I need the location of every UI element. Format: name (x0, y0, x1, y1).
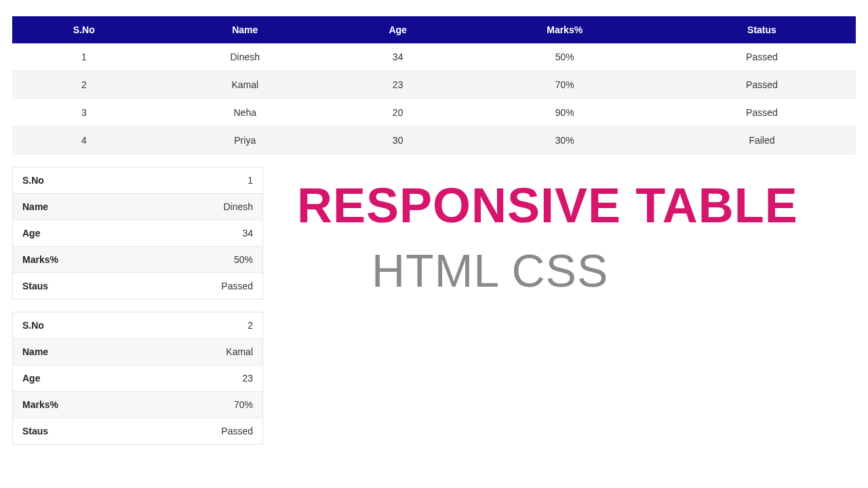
headline-block: RESPONSIVE TABLE HTML CSS (290, 167, 856, 297)
cell-status: Failed (668, 127, 856, 155)
card-value: Passed (221, 281, 253, 291)
cell-marks: 30% (461, 127, 668, 155)
cell-name: Priya (156, 127, 334, 155)
col-name: Name (156, 16, 334, 43)
cell-marks: 50% (461, 43, 668, 71)
table-row: 4 Priya 30 30% Failed (12, 127, 856, 155)
card-value: 23 (242, 373, 253, 384)
card-label: Staus (22, 426, 48, 436)
cell-sno: 3 (12, 99, 156, 127)
cell-marks: 70% (461, 71, 668, 99)
card-row-age: Age 23 (13, 365, 262, 392)
cell-status: Passed (668, 71, 856, 99)
card-row-name: Name Kamal (13, 339, 262, 365)
card-value: 70% (234, 399, 253, 410)
cell-sno: 2 (12, 71, 156, 99)
record-card: S.No 1 Name Dinesh Age 34 Marks% 50% Sta… (12, 167, 263, 300)
cell-sno: 4 (12, 127, 156, 155)
students-table: S.No Name Age Marks% Status 1 Dinesh 34 … (12, 16, 856, 155)
cell-name: Kamal (156, 71, 334, 99)
card-label: S.No (22, 320, 44, 331)
card-row-sno: S.No 1 (13, 167, 262, 194)
card-row-marks: Marks% 50% (13, 247, 262, 273)
card-row-name: Name Dinesh (13, 194, 262, 220)
cell-sno: 1 (12, 43, 156, 71)
col-status: Status (668, 16, 856, 43)
card-value: 1 (248, 175, 253, 186)
record-card: S.No 2 Name Kamal Age 23 Marks% 70% Stau… (12, 312, 263, 445)
card-label: S.No (22, 175, 44, 186)
card-label: Marks% (22, 399, 58, 410)
card-row-marks: Marks% 70% (13, 392, 262, 418)
col-age: Age (334, 16, 462, 43)
card-label: Name (22, 346, 48, 357)
card-label: Age (22, 373, 40, 384)
table-row: 3 Neha 20 90% Passed (12, 99, 856, 127)
cell-age: 30 (334, 127, 462, 155)
card-label: Age (22, 228, 40, 239)
headline-subtitle: HTML CSS (372, 244, 856, 297)
table-row: 1 Dinesh 34 50% Passed (12, 43, 856, 71)
cell-age: 23 (334, 71, 462, 99)
card-label: Staus (22, 281, 48, 291)
cell-age: 20 (334, 99, 462, 127)
col-marks: Marks% (461, 16, 668, 43)
card-label: Name (22, 201, 48, 212)
col-sno: S.No (12, 16, 156, 43)
card-value: 2 (248, 320, 253, 331)
responsive-card-list: S.No 1 Name Dinesh Age 34 Marks% 50% Sta… (12, 167, 263, 457)
card-value: Dinesh (223, 201, 253, 212)
cell-status: Passed (668, 43, 856, 71)
cell-name: Dinesh (156, 43, 334, 71)
card-row-status: Staus Passed (13, 418, 262, 444)
card-value: Kamal (226, 346, 253, 357)
headline-title: RESPONSIVE TABLE (297, 180, 856, 232)
card-row-sno: S.No 2 (13, 312, 262, 339)
card-row-age: Age 34 (13, 220, 262, 247)
card-value: Passed (221, 426, 253, 436)
table-header-row: S.No Name Age Marks% Status (12, 16, 856, 43)
card-row-status: Staus Passed (13, 273, 262, 299)
card-value: 50% (234, 254, 253, 265)
cell-age: 34 (334, 43, 462, 71)
table-row: 2 Kamal 23 70% Passed (12, 71, 856, 99)
cell-marks: 90% (461, 99, 668, 127)
card-label: Marks% (22, 254, 58, 265)
cell-name: Neha (156, 99, 334, 127)
card-value: 34 (242, 228, 253, 239)
cell-status: Passed (668, 99, 856, 127)
